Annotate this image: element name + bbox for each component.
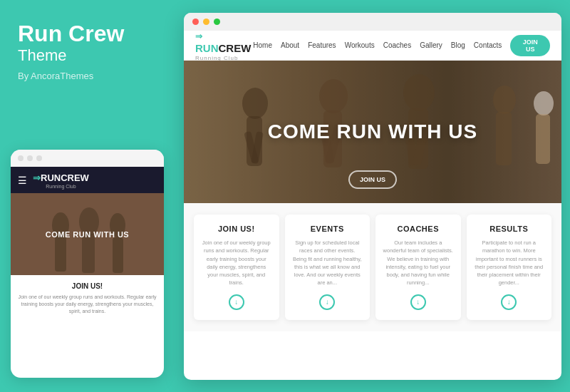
nav-link-home[interactable]: Home: [253, 41, 272, 49]
card-coaches-text: Our team includes a wonderful team of sp…: [383, 239, 454, 287]
card-events-title: EVENTS: [292, 225, 363, 233]
hero-text: COME RUN WITH US: [268, 120, 477, 143]
svg-point-10: [242, 88, 268, 119]
browser-dot-red: [192, 19, 199, 25]
svg-rect-7: [113, 237, 123, 273]
site-hero: COME RUN WITH US JOIN US: [184, 61, 561, 203]
card-coaches-icon: ↓: [410, 294, 426, 310]
hero-join-button[interactable]: JOIN US: [348, 170, 397, 189]
nav-link-blog[interactable]: Blog: [451, 41, 465, 49]
left-panel: Run Crew Theme By AncoraThemes ☰ ⇒RUNCRE…: [0, 0, 175, 392]
card-results-title: RESULTS: [474, 225, 545, 233]
browser-dot-green: [214, 19, 220, 25]
card-results-text: Participate to not run a marathon to win…: [474, 239, 545, 287]
card-coaches-title: COACHES: [383, 225, 454, 233]
mobile-dot-1: [18, 155, 24, 161]
svg-point-22: [493, 86, 516, 114]
browser-titlebar: [184, 13, 561, 31]
mobile-dot-3: [36, 155, 42, 161]
svg-rect-5: [55, 236, 66, 272]
card-join-title: JOIN US!: [201, 225, 272, 233]
nav-join-button[interactable]: JOIN US: [510, 35, 550, 56]
hamburger-icon: ☰: [18, 175, 27, 186]
nav-link-features[interactable]: Features: [308, 41, 336, 49]
svg-point-14: [319, 79, 348, 113]
brand-by: By AncoraThemes: [18, 71, 157, 81]
nav-link-contacts[interactable]: Contacts: [474, 41, 502, 49]
card-join-text: Join one of our weekly group runs and wo…: [201, 239, 272, 287]
brand-title: Run Crew Theme: [18, 21, 157, 65]
svg-point-18: [403, 74, 435, 111]
svg-rect-23: [496, 112, 512, 165]
browser-preview: ⇒ RUNCREW Running Club Home About Featur…: [184, 13, 561, 380]
mobile-section-title: JOIN US!: [18, 282, 157, 290]
mobile-content: JOIN US! Join one of our weekly group ru…: [11, 275, 164, 321]
mobile-nav: ☰ ⇒RUNCREW Running Club: [11, 167, 164, 193]
card-results-icon: ↓: [501, 294, 517, 310]
nav-link-gallery[interactable]: Gallery: [420, 41, 442, 49]
card-coaches: COACHES Our team includes a wonderful te…: [375, 215, 461, 320]
browser-dot-yellow: [203, 19, 209, 25]
site-nav: ⇒ RUNCREW Running Club Home About Featur…: [184, 31, 561, 61]
card-events: EVENTS Sign up for scheduled local races…: [285, 215, 370, 320]
site-nav-links: Home About Features Workouts Coaches Gal…: [253, 41, 502, 49]
nav-link-coaches[interactable]: Coaches: [383, 41, 411, 49]
mobile-hero-text: COME RUN WITH US: [46, 230, 129, 239]
mobile-dot-2: [27, 155, 33, 161]
svg-rect-6: [82, 234, 95, 273]
mobile-logo: ⇒RUNCREW Running Club: [33, 171, 89, 189]
nav-link-about[interactable]: About: [281, 41, 299, 49]
card-results: RESULTS Participate to not run a maratho…: [467, 215, 552, 320]
card-events-text: Sign up for scheduled local races and ot…: [292, 239, 363, 287]
mobile-hero: COME RUN WITH US: [11, 193, 164, 275]
card-join: JOIN US! Join one of our weekly group ru…: [194, 215, 279, 320]
svg-rect-25: [536, 114, 550, 164]
mobile-preview: ☰ ⇒RUNCREW Running Club COME RUN WITH US: [11, 150, 164, 378]
svg-point-24: [534, 91, 554, 115]
site-logo: ⇒ RUNCREW: [195, 29, 251, 54]
card-events-icon: ↓: [319, 294, 335, 310]
mobile-section-text: Join one of our weekly group runs and wo…: [18, 294, 157, 314]
mobile-titlebar: [11, 150, 164, 167]
nav-link-workouts[interactable]: Workouts: [345, 41, 375, 49]
card-join-icon: ↓: [229, 294, 244, 310]
cards-section: JOIN US! Join one of our weekly group ru…: [184, 203, 561, 331]
site-logo-container: ⇒ RUNCREW Running Club: [195, 29, 253, 61]
